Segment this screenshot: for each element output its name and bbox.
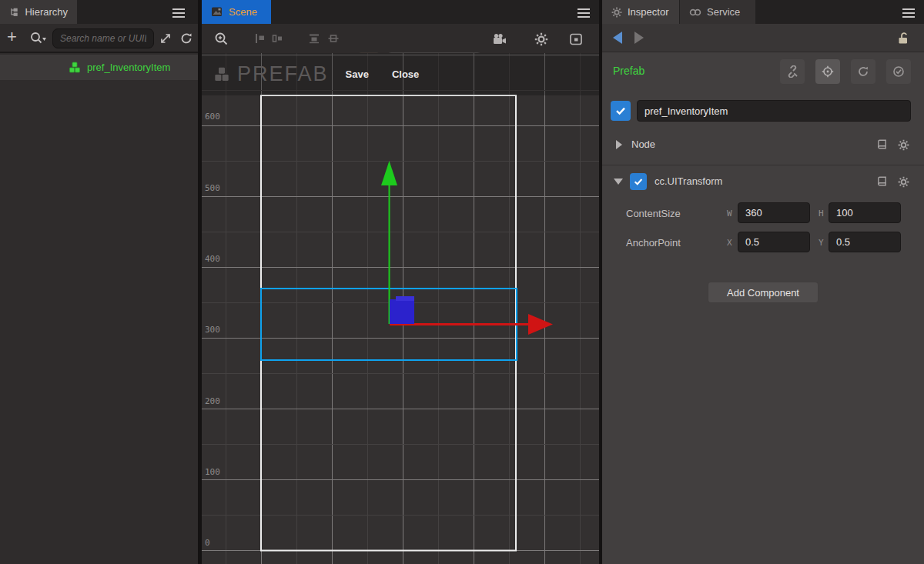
scene-toolbar: Default De... — [202, 24, 599, 53]
hierarchy-tree-icon — [9, 6, 19, 18]
check-icon — [614, 105, 627, 117]
ruler-label-100: 100 — [205, 467, 226, 477]
add-component-button[interactable]: Add Component — [708, 282, 819, 303]
hierarchy-tab-label: Hierarchy — [25, 6, 68, 18]
prefab-locate-button[interactable] — [815, 59, 840, 84]
content-size-label: ContentSize — [626, 208, 681, 219]
hierarchy-panel: Hierarchy + pref_Invento — [0, 0, 198, 564]
nav-back-icon[interactable] — [613, 32, 622, 44]
node-name-input[interactable] — [637, 100, 911, 122]
prefab-banner-title: PREFAB — [237, 62, 329, 86]
content-size-h-label: H — [819, 209, 824, 219]
lock-icon[interactable] — [896, 31, 910, 45]
inspector-menu-icon[interactable] — [902, 6, 915, 18]
prefab-close-button[interactable]: Close — [392, 68, 419, 80]
uitransform-enabled-checkbox[interactable] — [630, 173, 647, 190]
align-top-icon[interactable] — [308, 32, 320, 45]
scene-viewport[interactable]: 600 500 400 300 200 100 0 PREFAB Save Cl… — [202, 53, 599, 564]
scene-menu-icon[interactable] — [578, 6, 590, 18]
content-size-w-label: W — [727, 209, 732, 219]
check-circle-icon — [892, 65, 905, 78]
prefab-cube-icon — [68, 61, 82, 75]
service-link-icon — [689, 8, 701, 17]
inspector-gear-icon — [611, 7, 622, 18]
prefab-unlink-button[interactable] — [780, 59, 805, 84]
align-middle-icon[interactable] — [327, 32, 340, 45]
prefab-label: Prefab — [613, 65, 644, 77]
node-collapse-caret-icon[interactable] — [616, 140, 622, 149]
node-section-label: Node — [631, 138, 655, 150]
scene-tabbar: Scene — [202, 0, 599, 24]
inspector-tabbar: Inspector Service — [602, 0, 924, 24]
ruler-label-300: 300 — [205, 325, 226, 335]
prefab-banner-cube-icon — [213, 65, 231, 84]
tab-scene[interactable]: Scene — [202, 0, 271, 24]
anchor-point-x-input[interactable] — [738, 232, 810, 252]
restore-icon — [857, 65, 869, 78]
gear-icon[interactable] — [534, 32, 548, 46]
layout-window-icon[interactable] — [569, 32, 583, 46]
hierarchy-menu-icon[interactable] — [172, 6, 185, 18]
inspector-nav-row — [602, 24, 924, 52]
uitransform-settings-gear-icon[interactable] — [898, 176, 909, 188]
search-filter-icon[interactable] — [29, 31, 48, 46]
zoom-icon[interactable] — [214, 32, 229, 47]
scene-tab-label: Scene — [229, 6, 257, 18]
prefab-apply-button[interactable] — [886, 59, 911, 84]
expand-all-icon[interactable] — [159, 32, 172, 45]
prefab-banner: PREFAB Save Close — [202, 53, 599, 95]
scene-image-icon — [211, 6, 223, 18]
tab-hierarchy[interactable]: Hierarchy — [0, 0, 77, 24]
service-tab-label: Service — [707, 6, 740, 18]
prefab-restore-button[interactable] — [851, 59, 875, 84]
section-node-header[interactable]: Node — [602, 132, 924, 157]
content-size-h-input[interactable] — [829, 202, 901, 223]
inspector-panel: Inspector Service Prefab — [602, 0, 924, 564]
inspector-tab-label: Inspector — [628, 6, 668, 18]
uitransform-section-label: cc.UITransform — [654, 175, 722, 187]
target-icon — [822, 65, 834, 78]
uitransform-docs-book-icon[interactable] — [876, 176, 888, 188]
tab-inspector[interactable]: Inspector — [602, 0, 679, 24]
nav-forward-icon[interactable] — [634, 32, 644, 44]
ruler-label-400: 400 — [205, 254, 226, 264]
add-node-button[interactable]: + — [7, 27, 17, 47]
ruler-label-500: 500 — [205, 183, 226, 193]
ruler-label-0: 0 — [205, 538, 226, 548]
uitransform-collapse-caret-icon[interactable] — [614, 179, 623, 185]
node-active-checkbox[interactable] — [611, 101, 631, 121]
content-size-w-input[interactable] — [738, 202, 810, 223]
hierarchy-item-label: pref_InventoryItem — [87, 62, 170, 73]
anchor-point-y-label: Y — [819, 238, 824, 248]
prefab-save-button[interactable]: Save — [346, 68, 369, 80]
hierarchy-toolbar: + — [0, 24, 198, 53]
ruler-label-600: 600 — [205, 112, 226, 122]
check-icon — [633, 176, 644, 187]
gizmo-anchor-cube[interactable] — [390, 296, 414, 324]
ruler-label-200: 200 — [205, 396, 226, 406]
anchor-point-label: AnchorPoint — [626, 237, 681, 249]
node-settings-gear-icon[interactable] — [898, 139, 909, 151]
tab-service[interactable]: Service — [680, 0, 755, 24]
hierarchy-tabbar: Hierarchy — [0, 0, 198, 24]
anchor-point-x-label: X — [727, 238, 732, 248]
align-center-h-icon[interactable] — [271, 32, 283, 45]
hierarchy-item-pref-inventoryitem[interactable]: pref_InventoryItem — [0, 55, 198, 80]
anchor-point-y-input[interactable] — [829, 232, 901, 252]
align-left-icon[interactable] — [254, 32, 266, 45]
section-uitransform-header[interactable]: cc.UITransform — [602, 169, 924, 194]
unlink-icon — [786, 65, 798, 78]
scene-canvas[interactable] — [202, 53, 599, 564]
search-input[interactable] — [52, 28, 154, 48]
camera-icon[interactable] — [493, 33, 507, 45]
refresh-icon[interactable] — [179, 32, 193, 45]
scene-panel: Scene — [202, 0, 599, 564]
node-docs-book-icon[interactable] — [876, 139, 888, 151]
